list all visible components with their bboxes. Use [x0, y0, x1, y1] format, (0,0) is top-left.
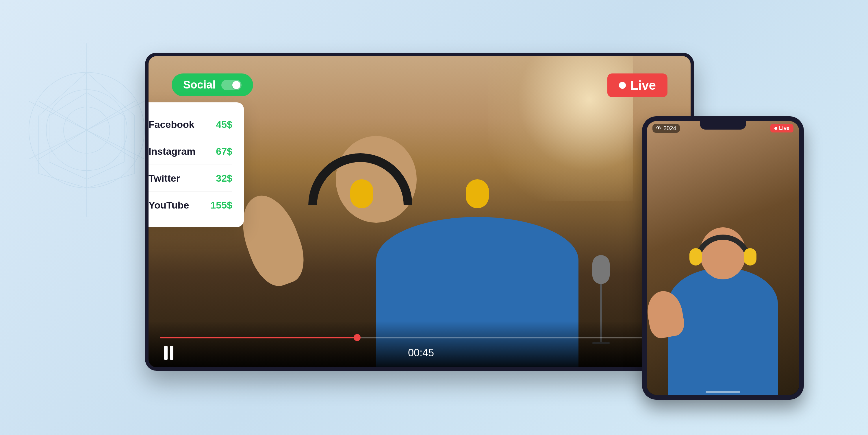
toggle-switch[interactable] [221, 80, 242, 90]
phone-live-dot [774, 127, 777, 130]
phone-frame: 👁 2024 Live [642, 116, 804, 400]
toggle-knob [232, 81, 240, 89]
facebook-amount: 45$ [216, 119, 232, 130]
time-display: 00:45 [408, 347, 434, 359]
laptop-frame: Live Social Facebook [145, 53, 694, 371]
laptop-screen: Live Social Facebook [149, 56, 690, 367]
phone-live-label: Live [779, 125, 789, 131]
twitter-label: Twitter [149, 173, 209, 184]
phone-notch [700, 121, 746, 129]
facebook-label: Facebook [149, 119, 209, 130]
live-indicator-dot [619, 82, 626, 89]
phone-live-badge: Live [770, 124, 794, 133]
live-label: Live [630, 78, 656, 92]
social-item-youtube: YouTube 155$ [149, 192, 232, 219]
social-item-facebook: Facebook 45$ [149, 111, 232, 138]
live-badge: Live [608, 74, 668, 97]
pause-button[interactable] [160, 344, 178, 361]
phone-year-text: 2024 [663, 125, 676, 132]
instagram-amount: 67$ [216, 146, 232, 157]
progress-bar-fill [160, 337, 357, 339]
youtube-label: YouTube [149, 200, 204, 211]
social-item-instagram: Instagram 67$ [149, 138, 232, 165]
progress-bar-container[interactable] [160, 337, 679, 339]
pause-icon [164, 346, 174, 360]
phone-year-display: 👁 2024 [652, 124, 680, 133]
phone-video-content [647, 121, 799, 395]
twitter-amount: 32$ [216, 173, 232, 184]
progress-dot [354, 334, 361, 341]
instagram-label: Instagram [149, 146, 209, 157]
scene: Live Social Facebook [87, 29, 781, 406]
youtube-amount: 155$ [210, 200, 232, 211]
phone-home-indicator [706, 391, 740, 393]
social-stats-card: Facebook 45$ Instagram 67$ [149, 103, 244, 227]
social-toggle[interactable]: Social [172, 74, 253, 96]
social-item-twitter: Twitter 32$ [149, 165, 232, 192]
svg-line-12 [39, 130, 87, 159]
svg-line-13 [39, 101, 87, 130]
phone-screen: 👁 2024 Live [647, 121, 799, 395]
social-toggle-label: Social [183, 79, 216, 91]
eye-icon: 👁 [656, 125, 662, 132]
video-controls: 00:45 [149, 321, 690, 367]
controls-row: 00:45 [160, 344, 679, 361]
